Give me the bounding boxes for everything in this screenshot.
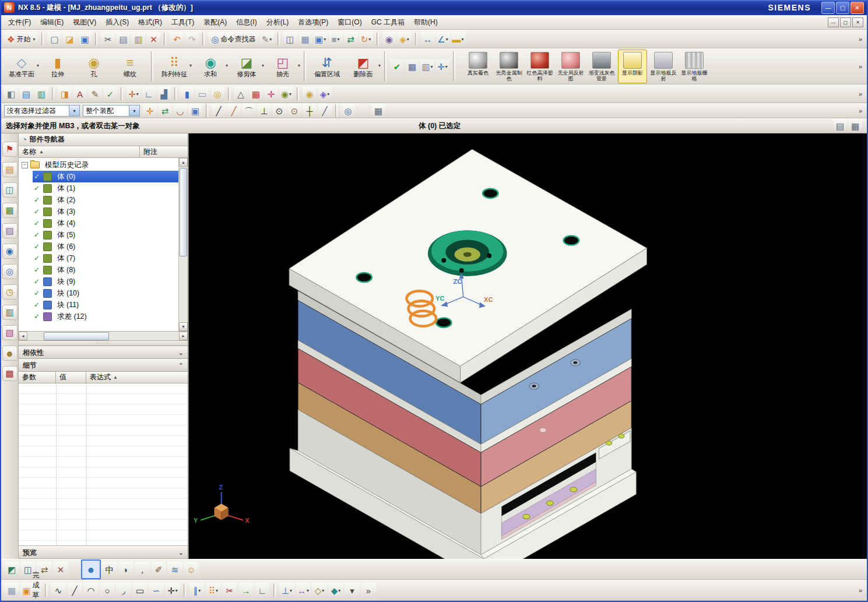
dropdown-arrow-icon[interactable]: ▾ xyxy=(324,37,326,42)
extrude-button[interactable]: ▮拉伸 xyxy=(40,50,75,83)
column-name[interactable]: 名称 ▲ xyxy=(19,146,140,157)
checkbox-checked-icon[interactable]: ✓ xyxy=(34,254,43,262)
unite-button[interactable]: ◉求和▾ xyxy=(193,50,228,83)
ejector-pin-icon[interactable] xyxy=(570,487,577,492)
dropdown-arrow-icon[interactable]: ▾ xyxy=(407,37,409,42)
quadrant-snap-icon[interactable]: ⊙ xyxy=(287,104,301,118)
scroll-up-button[interactable]: ▴ xyxy=(179,158,188,167)
new-file-icon[interactable]: ▢ xyxy=(47,32,61,46)
tree-row-body[interactable]: ✓求差 (12) xyxy=(33,311,179,322)
display-cube-icon[interactable]: ▣▾ xyxy=(314,32,328,46)
dropdown-arrow-icon[interactable]: ▾ xyxy=(378,63,381,68)
show-hide-icon[interactable]: ◉ xyxy=(382,32,396,46)
ejector-pin-icon[interactable] xyxy=(546,501,553,505)
perpendicular-snap-icon[interactable]: ⊥ xyxy=(257,104,271,118)
menu-item[interactable]: 信息(I) xyxy=(231,16,261,29)
checkbox-checked-icon[interactable]: ✓ xyxy=(34,172,43,181)
hd3d-tools-icon[interactable]: ◉ xyxy=(2,244,17,259)
circle-icon[interactable]: ○ xyxy=(100,583,115,598)
save-icon[interactable]: ▣ xyxy=(78,32,92,46)
tree-row[interactable]: ✓体 (2) xyxy=(20,194,179,206)
datum-plane-button[interactable]: ◇基准平面▾ xyxy=(4,50,39,83)
process-studio-icon[interactable]: ▥ xyxy=(2,305,17,320)
more-tools-arrow[interactable]: ▾ xyxy=(345,583,360,598)
minimize-button[interactable]: — xyxy=(821,2,835,14)
tree-row-body[interactable]: ✓体 (0) xyxy=(33,171,179,182)
relations-icon[interactable]: ⇄ xyxy=(158,104,172,118)
make-corner-icon[interactable]: ∟ xyxy=(255,583,270,598)
auto-dimension-icon[interactable]: ↔▾ xyxy=(296,583,311,598)
tree-row-body[interactable]: ✓体 (5) xyxy=(33,229,179,241)
window-layout-icon[interactable]: ◫ xyxy=(283,32,297,46)
point-icon[interactable]: ✛▾ xyxy=(165,583,180,598)
constraint-navigator-icon[interactable]: ◫ xyxy=(2,182,17,198)
tree-row[interactable]: ✓体 (3) xyxy=(20,206,179,217)
text-tools-icon[interactable]: A xyxy=(73,87,87,101)
geometric-constraints-icon[interactable]: ⊥▾ xyxy=(279,583,294,598)
section-dependency[interactable]: 相依性 ⌄ xyxy=(19,346,188,359)
dropdown-arrow-icon[interactable]: ▾ xyxy=(269,37,272,42)
dropdown-arrow-icon[interactable]: ▾ xyxy=(37,63,39,68)
scroll-track[interactable] xyxy=(27,332,179,340)
checkbox-checked-icon[interactable]: ✓ xyxy=(34,196,43,204)
tree-row-body[interactable]: ✓体 (1) xyxy=(33,182,179,194)
scroll-thumb[interactable] xyxy=(180,168,187,256)
chevron-up-icon[interactable]: ⌃ xyxy=(167,362,184,369)
gear-pair-icon[interactable]: ◉▾ xyxy=(279,87,293,101)
menu-item[interactable]: 格式(R) xyxy=(133,16,167,29)
checkbox-checked-icon[interactable]: ✓ xyxy=(34,266,43,274)
ribbon-icon[interactable]: ≋ xyxy=(167,562,182,577)
csys-group-icon[interactable]: ✛▾ xyxy=(435,59,449,73)
dropdown-arrow-icon[interactable]: ▾ xyxy=(290,588,292,593)
ejector-pin-icon[interactable] xyxy=(619,434,624,438)
red-glossy-material[interactable]: 红色高泽塑料 xyxy=(525,50,554,83)
locale-icon[interactable]: 中 xyxy=(102,562,117,577)
crosshair-icon[interactable]: ✛ xyxy=(264,87,278,101)
toolbar-overflow-icon[interactable]: » xyxy=(857,63,864,70)
section-preview[interactable]: 预览 ⌄ xyxy=(19,546,188,559)
magnet-icon[interactable]: ◡ xyxy=(173,104,187,118)
checkbox-checked-icon[interactable]: ✓ xyxy=(34,207,43,216)
half-moon-icon[interactable]: ◗ xyxy=(118,562,133,577)
pattern-curve-icon[interactable]: ⠿▾ xyxy=(206,583,221,598)
tangent-snap-icon[interactable]: ╱ xyxy=(318,104,332,118)
menu-item[interactable]: 工具(T) xyxy=(167,16,199,29)
xy-axes-icon[interactable]: ∟ xyxy=(142,87,156,101)
checkbox-checked-icon[interactable]: ✓ xyxy=(34,242,43,251)
details-col-value[interactable]: 值 xyxy=(56,372,86,383)
tree-row-body[interactable]: ✓体 (3) xyxy=(33,206,179,217)
measure-angle-icon[interactable]: ∠▾ xyxy=(436,32,450,46)
offset-region-button[interactable]: ⇵偏置区域 xyxy=(310,50,345,83)
bolt-hole-icon[interactable] xyxy=(564,235,579,245)
scroll-thumb[interactable] xyxy=(44,332,109,340)
dropdown-arrow-icon[interactable]: ▾ xyxy=(307,588,309,593)
profile-icon[interactable]: ∿ xyxy=(51,583,66,598)
tree-root-row[interactable]: − 模型历史记录 xyxy=(20,159,179,171)
dialog-options-button[interactable]: ☻ xyxy=(81,559,101,579)
dropdown-arrow-icon[interactable]: ▾ xyxy=(338,588,340,593)
bolt-hole-icon[interactable] xyxy=(356,273,371,282)
triangle-icon[interactable]: △ xyxy=(234,87,248,101)
tree-row-body[interactable]: ✓体 (2) xyxy=(33,194,179,206)
dropdown-arrow-icon[interactable]: ▾ xyxy=(262,63,264,68)
dropdown-arrow-icon[interactable]: ▾ xyxy=(322,588,324,593)
close-view-icon[interactable]: ✕ xyxy=(53,562,68,577)
trim-body-button[interactable]: ◪修剪体▾ xyxy=(229,50,264,83)
dropdown-arrow-icon[interactable]: ▾ xyxy=(198,588,201,593)
tree-row[interactable]: ✓体 (0) xyxy=(20,171,179,182)
reuse-library-icon[interactable]: ▨ xyxy=(2,223,17,238)
column-note[interactable]: 附注 xyxy=(140,146,188,157)
checkbox-checked-icon[interactable]: ✓ xyxy=(34,301,43,309)
delete-icon[interactable]: ✕ xyxy=(146,32,160,46)
dropdown-arrow-icon[interactable]: ▾ xyxy=(446,37,448,42)
center-snap-icon[interactable]: ⊙ xyxy=(272,104,286,118)
edit-object-display-icon[interactable]: ◈▾ xyxy=(398,32,412,46)
snapshot-icon[interactable]: ▦ xyxy=(298,32,312,46)
dropdown-arrow-icon[interactable]: ▾ xyxy=(226,63,228,68)
finish-sketch-button[interactable]: ▣完成草图 xyxy=(20,583,41,598)
sheet-red-icon[interactable]: ▦ xyxy=(249,87,263,101)
tree-row[interactable]: ✓体 (4) xyxy=(20,217,179,229)
background-icon[interactable]: ■▾ xyxy=(329,32,343,46)
menu-item[interactable]: 首选项(P) xyxy=(293,16,333,29)
dropdown-arrow-icon[interactable]: ▾ xyxy=(462,37,464,42)
